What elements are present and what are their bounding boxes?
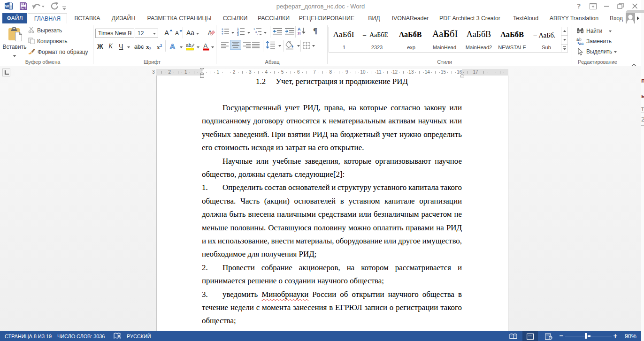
svg-text:ac: ac: [579, 41, 584, 45]
svg-text:ab: ab: [186, 42, 192, 48]
svg-text:Я: Я: [298, 31, 300, 35]
svg-text:А: А: [204, 42, 208, 49]
svg-text:W: W: [5, 4, 9, 8]
svg-text:3: 3: [237, 33, 239, 36]
svg-text:i: i: [257, 33, 258, 36]
